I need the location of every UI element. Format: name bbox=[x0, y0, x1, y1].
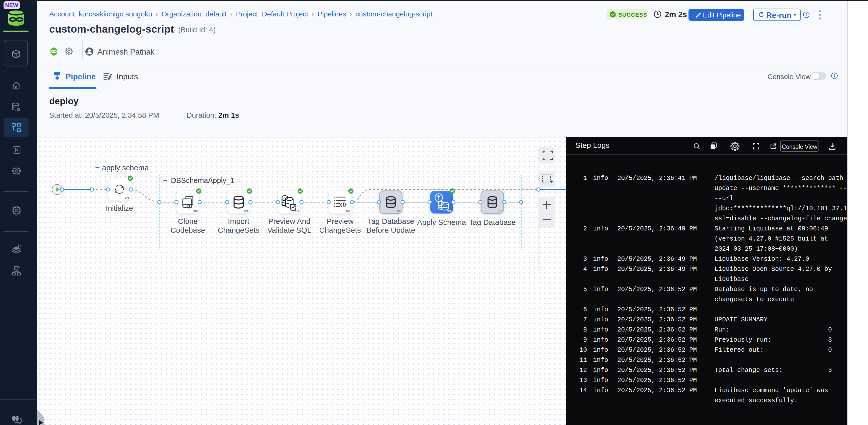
svg-text:</>: </> bbox=[193, 209, 198, 213]
svg-text:</>: </> bbox=[294, 209, 300, 213]
svg-text:</>: </> bbox=[125, 196, 129, 200]
svg-text:</>: </> bbox=[498, 209, 502, 213]
svg-text:</>: </> bbox=[244, 209, 249, 213]
svg-text:</>: </> bbox=[345, 209, 350, 213]
svg-text:</>: </> bbox=[396, 209, 401, 213]
svg-text:</>: </> bbox=[447, 209, 452, 213]
